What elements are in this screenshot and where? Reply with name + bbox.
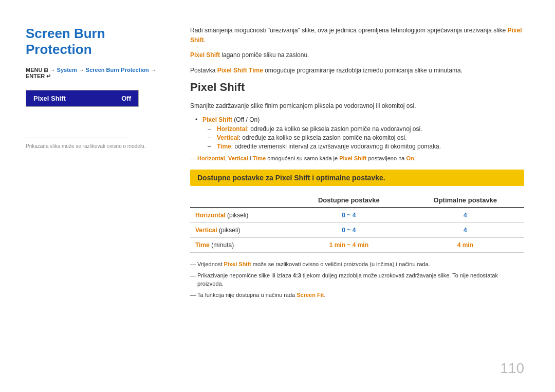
bullet-off-on: (Off / On) [234,116,260,123]
table-horizontal-suffix: (pikseli) [226,212,249,219]
bullet-item-pixel-shift: Pixel Shift (Off / On) Horizontal: određ… [195,116,524,150]
right-panel: Radi smanjenja mogućnosti "urezivanja" s… [190,26,524,371]
callout-box: Dostupne postavke za Pixel Shift i optim… [190,170,524,186]
menu-screen-burn: Screen Burn Protection [86,67,149,73]
bullet-pixel-shift-label: Pixel Shift [202,116,232,123]
menu-arrow2: → [77,67,86,73]
page-number: 110 [500,360,524,377]
sub-item-time: Time: odredite vremenski interval za izv… [208,143,524,150]
table-header-available: Dostupne postavke [291,193,406,208]
sub-time-text: : odredite vremenski interval za izvršav… [231,143,441,150]
footnote-3: Ta funkcija nije dostupna u načinu rada … [190,291,524,300]
intro-pixel-shift-time: Pixel Shift Time [217,67,263,74]
sub-item-vertical: Vertical: određuje za koliko se piksela … [208,134,524,141]
note-pixel-shift: Pixel Shift [339,155,366,161]
table-row: Horizontal (pikseli) 0 ~ 4 4 [190,208,524,223]
table-vertical-suffix: (pikseli) [217,227,240,234]
table-row: Time (minuta) 1 min ~ 4 min 4 min [190,238,524,253]
intro-paragraph-2: Pixel Shift lagano pomiče sliku na zaslo… [190,50,524,60]
footnote2-43: 4:3 [293,272,301,278]
table-cell-horizontal-optimal: 4 [406,208,524,223]
table-cell-vertical-available: 0 ~ 4 [291,223,406,238]
data-table: Dostupne postavke Optimalne postavke Hor… [190,193,524,253]
menu-system: System [57,67,77,73]
table-time-label: Time [195,241,210,249]
sub-time-label: Time [217,143,231,150]
table-row: Vertical (pikseli) 0 ~ 4 4 [190,223,524,238]
note-on: On [406,155,414,161]
intro-paragraph-1: Radi smanjenja mogućnosti "urezivanja" s… [190,26,524,45]
note-horizontal-vertical-time: Horizontal, Vertical i Time omogućeni su… [190,154,524,163]
note-vertical: Vertical [228,155,248,161]
page-title: Screen Burn Protection [26,26,170,58]
footnotes-section: Vrijednost Pixel Shift može se razlikova… [190,260,524,299]
sub-horizontal-text: : određuje za koliko se piksela zaslon p… [247,125,422,133]
menu-box: Pixel Shift Off [26,90,139,107]
footnote3-screen-fit: Screen Fit [297,292,324,298]
section-title: Pixel Shift [190,81,524,94]
intro-paragraph-3: Postavka Pixel Shift Time omogućuje prog… [190,66,524,76]
table-header-row: Dostupne postavke Optimalne postavke [190,193,524,208]
menu-prefix: MENU [26,67,44,73]
sub-vertical-label: Vertical [217,134,239,141]
footnote1-pixel-shift: Pixel Shift [224,261,251,267]
bullet-list: Pixel Shift (Off / On) Horizontal: određ… [195,116,524,150]
menu-item-value: Off [121,95,131,102]
footnote-1: Vrijednost Pixel Shift može se razlikova… [190,260,524,269]
menu-item-pixel-shift[interactable]: Pixel Shift Off [26,90,138,106]
intro-pixel-shift-1: Pixel Shift [190,27,522,44]
table-header-optimal: Optimalne postavke [406,193,524,208]
table-cell-time-optimal: 4 min [406,238,524,253]
menu-item-label: Pixel Shift [33,95,66,102]
sub-item-horizontal: Horizontal: određuje za koliko se piksel… [208,125,524,133]
table-header-item [190,193,291,208]
table-cell-time-available: 1 min ~ 4 min [291,238,406,253]
table-cell-time-label: Time (minuta) [190,238,291,253]
table-horizontal-label: Horizontal [195,212,226,219]
sub-horizontal-label: Horizontal [217,125,247,133]
menu-arrow1: → [48,67,57,73]
table-cell-horizontal-available: 0 ~ 4 [291,208,406,223]
left-footnote: Prikazana slika može se razlikovati ovis… [26,143,170,149]
table-cell-horizontal-label: Horizontal (pikseli) [190,208,291,223]
table-vertical-label: Vertical [195,227,217,234]
note-time: Time [253,155,266,161]
left-panel: Screen Burn Protection MENU ⊞ → System →… [26,26,170,371]
menu-enter: ↵ [46,73,51,79]
note-horizontal: Horizontal [197,155,225,161]
table-cell-vertical-label: Vertical (pikseli) [190,223,291,238]
table-cell-vertical-optimal: 4 [406,223,524,238]
menu-path: MENU ⊞ → System → Screen Burn Protection… [26,67,170,80]
pixel-shift-desc: Smanjite zadržavanje slike finim pomican… [190,101,524,111]
sub-vertical-text: : određuje za koliko se piksela zaslon p… [239,134,407,141]
divider [26,138,128,138]
table-time-suffix: (minuta) [210,241,234,249]
footnote-2: Prikazivanje nepomične slike ili izlaza … [190,271,524,288]
intro-pixel-shift-2: Pixel Shift [190,51,220,59]
page-container: Screen Burn Protection MENU ⊞ → System →… [0,0,555,392]
sub-list: Horizontal: određuje za koliko se piksel… [208,125,524,150]
